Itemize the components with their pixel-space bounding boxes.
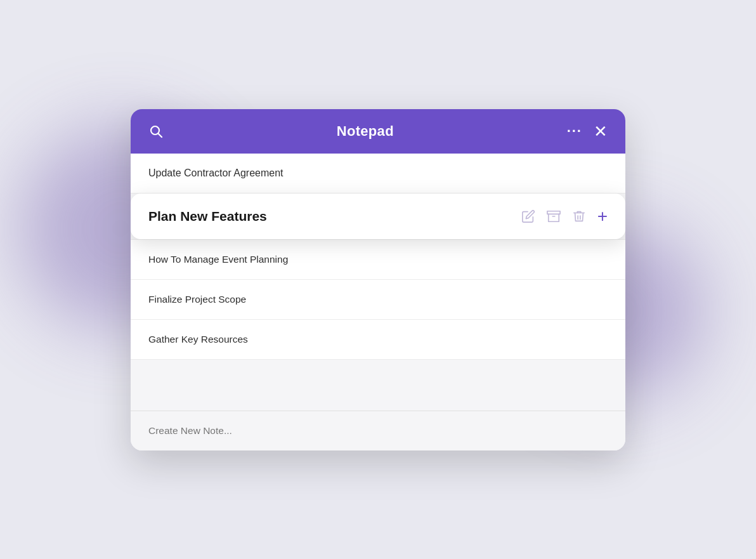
list-item-text-1: How To Manage Event Planning: [148, 254, 288, 265]
more-options-button[interactable]: ···: [567, 123, 582, 140]
notepad-header: Notepad ··· ✕: [131, 109, 625, 154]
note-list-section: How To Manage Event Planning Finalize Pr…: [131, 239, 625, 360]
list-item-text-3: Gather Key Resources: [148, 334, 248, 345]
empty-area: [131, 360, 625, 411]
note-card-expanded[interactable]: Plan New Features: [131, 194, 625, 239]
list-item[interactable]: How To Manage Event Planning: [131, 239, 625, 280]
pencil-icon: [521, 209, 535, 223]
archive-button[interactable]: [547, 209, 561, 223]
list-item[interactable]: Finalize Project Scope: [131, 280, 625, 320]
notepad-title: Notepad: [337, 123, 394, 140]
create-note-area: [131, 411, 625, 450]
notepad-panel: Notepad ··· ✕ Update Contractor Agreemen…: [131, 109, 625, 450]
plus-icon: +: [597, 207, 608, 225]
create-note-input[interactable]: [148, 425, 608, 437]
svg-line-1: [159, 133, 162, 137]
archive-icon: [547, 209, 561, 223]
list-item-text-2: Finalize Project Scope: [148, 294, 246, 305]
note-item-first-text: Update Contractor Agreement: [148, 168, 284, 178]
note-actions: + Convert to task: [521, 207, 608, 225]
search-icon: [148, 124, 164, 139]
expanded-note-title: Plan New Features: [148, 209, 267, 224]
add-button[interactable]: + Convert to task: [597, 207, 608, 225]
close-button[interactable]: ✕: [594, 123, 608, 140]
notepad-body: Update Contractor Agreement Plan New Fea…: [131, 154, 625, 450]
list-item[interactable]: Gather Key Resources: [131, 320, 625, 360]
note-item-first[interactable]: Update Contractor Agreement: [131, 154, 625, 194]
search-button[interactable]: [148, 124, 164, 139]
edit-button[interactable]: [521, 209, 535, 223]
delete-button[interactable]: [572, 209, 586, 223]
svg-rect-2: [547, 211, 560, 214]
trash-icon: [572, 209, 586, 223]
